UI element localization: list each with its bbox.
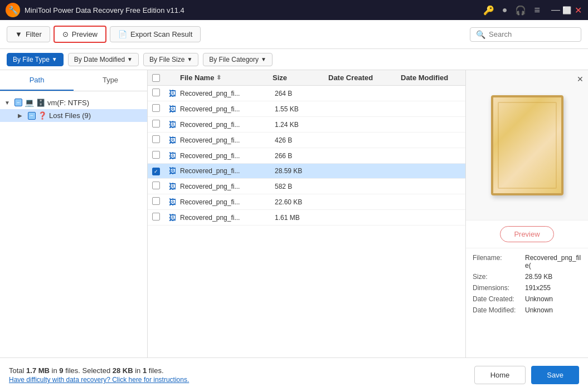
file-list: File Name ⬍ Size Date Created Date Modif… <box>148 70 465 357</box>
header-filename[interactable]: File Name ⬍ <box>176 74 268 82</box>
cell-icon: 🖼 <box>164 213 176 222</box>
preview-button[interactable]: ⊙ Preview <box>54 26 106 43</box>
file-table-body: 🖼 Recovered_png_fi... 264 B 🖼 Recovered_… <box>148 86 465 357</box>
size-value: 28.59 KB <box>525 273 581 281</box>
status-in-text2: in <box>135 366 143 375</box>
cell-filename: Recovered_png_fi... <box>176 214 270 222</box>
status-buttons: Home Save <box>474 366 579 384</box>
filter-date-modified[interactable]: By Date Modified ▼ <box>68 53 139 66</box>
cell-filename: Recovered_png_fi... <box>176 90 270 97</box>
table-row[interactable]: 🖼 Recovered_png_fi... 582 B <box>148 179 465 194</box>
file-checkbox[interactable] <box>152 120 160 128</box>
account-icon[interactable]: ● <box>502 5 508 15</box>
search-input[interactable] <box>489 30 578 38</box>
root-label: vm(F: NTFS) <box>47 99 89 107</box>
home-button[interactable]: Home <box>474 366 526 384</box>
root-checkbox[interactable]: − <box>14 99 22 106</box>
tab-type[interactable]: Type <box>74 70 147 91</box>
file-type-arrow: ▼ <box>52 56 57 62</box>
lost-files-checkbox[interactable]: − <box>28 112 36 120</box>
cell-icon: 🖼 <box>164 89 176 98</box>
filename-value: Recovered_png_file( <box>525 254 581 270</box>
cell-filename: Recovered_png_fi... <box>176 152 270 160</box>
cell-size: 426 B <box>270 136 326 144</box>
filterbar: By File Type ▼ By Date Modified ▼ By Fil… <box>0 49 588 70</box>
cell-filename: Recovered_png_fi... <box>176 198 270 206</box>
save-button[interactable]: Save <box>531 366 579 384</box>
preview-image <box>491 95 563 195</box>
help-link[interactable]: Have difficulty with data recovery? Clic… <box>9 376 189 384</box>
filter-button[interactable]: ▼ Filter <box>7 26 50 42</box>
table-row[interactable]: 🖼 Recovered_png_fi... 264 B <box>148 86 465 101</box>
cell-size: 1.61 MB <box>270 214 326 222</box>
cell-icon: 🖼 <box>164 151 176 160</box>
file-type-label: By File Type <box>13 56 50 63</box>
file-size-arrow: ▼ <box>187 56 192 62</box>
cell-filename: Recovered_png_fi... <box>176 121 270 129</box>
table-row[interactable]: ✓ 🖼 Recovered_png_fi... 28.59 KB <box>148 164 465 179</box>
table-row[interactable]: 🖼 Recovered_png_fi... 22.60 KB <box>148 194 465 210</box>
export-label: Export Scan Result <box>130 30 192 38</box>
tree-lost-files[interactable]: ▶ − ❓ Lost Files (9) <box>0 109 147 122</box>
cell-size: 1.24 KB <box>270 121 326 129</box>
file-checkbox[interactable] <box>152 104 160 112</box>
tab-path[interactable]: Path <box>0 70 74 91</box>
preview-info: Filename: Recovered_png_file( Size: 28.5… <box>466 248 588 323</box>
file-checkbox[interactable] <box>152 135 160 143</box>
file-checkbox[interactable] <box>152 151 160 159</box>
cell-icon: 🖼 <box>164 105 176 114</box>
filter-file-size[interactable]: By File Size ▼ <box>143 53 198 66</box>
cell-size: 264 B <box>270 90 326 97</box>
tree-root[interactable]: ▼ − 💻 🗄️ vm(F: NTFS) <box>0 96 147 109</box>
file-checkbox[interactable]: ✓ <box>152 168 160 175</box>
file-checkbox[interactable] <box>152 182 160 189</box>
preview-close-button[interactable]: ✕ <box>577 75 584 84</box>
date-modified-value: Unknown <box>525 306 581 314</box>
status-info: Total 1.7 MB in 9 files. Selected 28 KB … <box>9 366 189 384</box>
table-row[interactable]: 🖼 Recovered_png_fi... 1.61 MB <box>148 210 465 226</box>
titlebar: 🔧 MiniTool Power Data Recovery Free Edit… <box>0 0 588 20</box>
file-tree: ▼ − 💻 🗄️ vm(F: NTFS) ▶ − ❓ Lost Files (9… <box>0 91 147 357</box>
close-button[interactable]: ✕ <box>574 6 582 14</box>
table-row[interactable]: 🖼 Recovered_png_fi... 266 B <box>148 148 465 164</box>
drive-icon: 🗄️ <box>36 99 45 107</box>
file-type-icon: 🖼 <box>169 89 176 98</box>
filename-label: Filename: <box>473 254 523 270</box>
file-type-icon: 🖼 <box>169 151 176 160</box>
file-category-arrow: ▼ <box>261 56 266 62</box>
info-size-row: Size: 28.59 KB <box>473 273 581 281</box>
table-row[interactable]: 🖼 Recovered_png_fi... 1.24 KB <box>148 117 465 133</box>
search-icon: 🔍 <box>476 30 485 39</box>
file-type-icon: 🖼 <box>169 105 176 114</box>
root-chevron: ▼ <box>4 100 12 106</box>
header-checkbox[interactable] <box>152 74 160 82</box>
export-button[interactable]: 📄 Export Scan Result <box>110 26 201 42</box>
headset-icon[interactable]: 🎧 <box>515 5 526 16</box>
minimize-button[interactable]: — <box>551 6 560 14</box>
file-checkbox[interactable] <box>152 197 160 205</box>
toolbar: ▼ Filter ⊙ Preview 📄 Export Scan Result … <box>0 20 588 49</box>
filter-file-category[interactable]: By File Category ▼ <box>203 53 273 66</box>
header-date-created: Date Created <box>324 74 396 82</box>
cell-checkbox <box>148 104 164 114</box>
filter-file-type[interactable]: By File Type ▼ <box>7 53 64 66</box>
file-category-label: By File Category <box>209 56 259 63</box>
cell-checkbox <box>148 213 164 222</box>
file-checkbox[interactable] <box>152 213 160 220</box>
table-row[interactable]: 🖼 Recovered_png_fi... 426 B <box>148 133 465 148</box>
cell-filename: Recovered_png_fi... <box>176 136 270 144</box>
key-icon[interactable]: 🔑 <box>483 5 494 16</box>
dimensions-label: Dimensions: <box>473 284 523 292</box>
file-table-header: File Name ⬍ Size Date Created Date Modif… <box>148 70 465 86</box>
file-checkbox[interactable] <box>152 89 160 96</box>
preview-button-area: Preview <box>466 220 588 248</box>
cell-checkbox <box>148 120 164 129</box>
status-total-files: 9 <box>59 366 63 375</box>
status-in-text: in <box>52 366 60 375</box>
menu-icon[interactable]: ≡ <box>534 4 540 16</box>
preview-action-button[interactable]: Preview <box>500 226 553 242</box>
cell-icon: 🖼 <box>164 166 176 175</box>
app-icon: 🔧 <box>6 3 20 17</box>
maximize-button[interactable]: ⬜ <box>562 6 571 14</box>
table-row[interactable]: 🖼 Recovered_png_fi... 1.55 KB <box>148 101 465 117</box>
